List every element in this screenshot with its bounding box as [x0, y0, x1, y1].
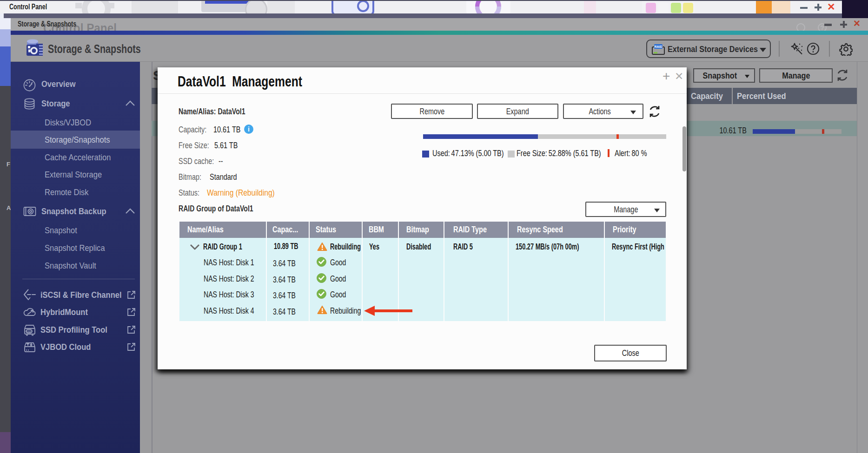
svg-text:RAID: RAID — [654, 45, 662, 48]
svg-text:SSD: SSD — [26, 330, 32, 333]
